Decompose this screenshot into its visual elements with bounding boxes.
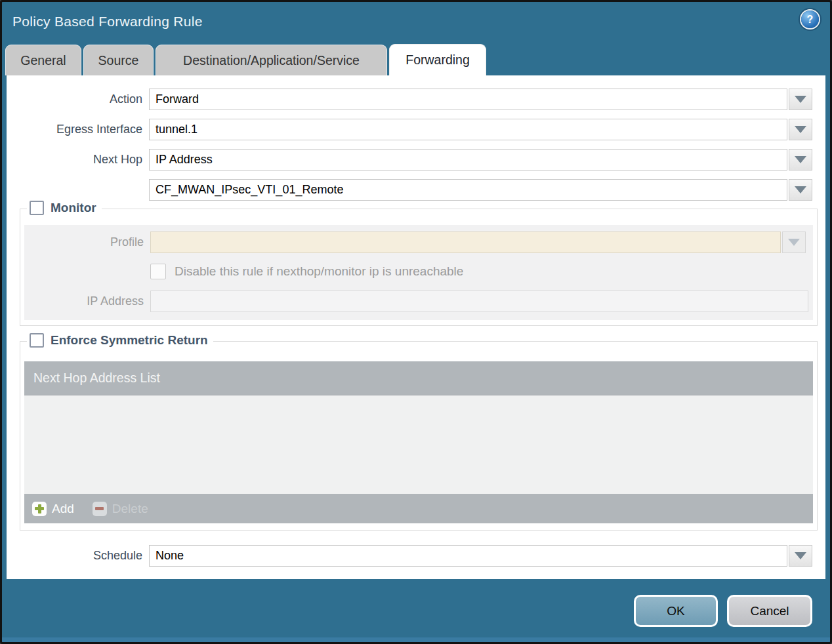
monitor-ip-address-label: IP Address [24,294,144,308]
symmetric-return-legend: Enforce Symmetric Return [27,333,213,348]
schedule-label: Schedule [7,549,142,563]
minus-icon [93,502,107,516]
next-hop-dropdown-button[interactable] [789,149,812,171]
schedule-select[interactable]: None [149,545,787,567]
egress-interface-value: tunnel.1 [156,123,198,136]
next-hop-row: Next Hop IP Address [7,148,825,171]
monitor-legend-label: Monitor [51,201,96,215]
monitor-section: Monitor Profile Disable this rule if nex… [20,209,818,326]
next-hop-type-select[interactable]: IP Address [149,149,787,171]
delete-button-label: Delete [112,502,148,516]
next-hop-address-row: CF_MWAN_IPsec_VTI_01_Remote [7,178,825,201]
chevron-down-icon [788,239,800,246]
next-hop-address-value: CF_MWAN_IPsec_VTI_01_Remote [156,183,343,197]
add-button-label: Add [52,502,74,516]
monitor-checkbox[interactable] [30,201,44,215]
schedule-row: Schedule None [7,544,825,567]
delete-button: Delete [93,502,148,516]
monitor-ip-address-row: IP Address [24,291,810,312]
profile-select [150,231,781,253]
tab-source[interactable]: Source [83,45,154,75]
next-hop-label: Next Hop [7,153,142,167]
disable-rule-checkbox [150,264,166,279]
next-hop-address-list-body [24,395,813,494]
egress-interface-label: Egress Interface [7,123,142,136]
help-icon[interactable]: ? [801,10,819,28]
symmetric-return-checkbox[interactable] [30,333,44,348]
disable-rule-label: Disable this rule if nexthop/monitor ip … [175,264,463,279]
dialog-footer: OK Cancel [2,579,830,642]
symmetric-return-legend-label: Enforce Symmetric Return [51,333,208,348]
dialog-title: Policy Based Forwarding Rule [12,14,203,30]
next-hop-type-value: IP Address [156,153,213,167]
ok-button[interactable]: OK [634,595,718,627]
chevron-down-icon [795,552,806,559]
dialog-titlebar: Policy Based Forwarding Rule ? [2,2,830,41]
next-hop-address-list-table: Next Hop Address List Add Delete [24,361,813,523]
plus-icon [32,502,47,516]
chevron-down-icon [795,96,806,103]
dialog-button-bar: OK Cancel [2,579,830,627]
profile-dropdown-button [782,231,806,253]
tab-bar: General Source Destination/Application/S… [2,41,830,75]
egress-interface-select[interactable]: tunnel.1 [149,119,787,140]
next-hop-address-dropdown-button[interactable] [789,179,812,201]
action-dropdown-button[interactable] [789,89,812,110]
help-icon-glyph: ? [807,14,814,26]
tab-forwarding[interactable]: Forwarding [389,44,486,75]
monitor-panel: Profile Disable this rule if nexthop/mon… [24,225,813,320]
chevron-down-icon [795,186,806,193]
policy-based-forwarding-dialog: Policy Based Forwarding Rule ? General S… [0,0,832,644]
tab-general[interactable]: General [5,45,81,75]
schedule-dropdown-button[interactable] [789,545,812,567]
next-hop-address-list-header-label: Next Hop Address List [33,371,160,386]
action-row: Action Forward [7,88,825,111]
tab-destination-application-service[interactable]: Destination/Application/Service [156,45,387,75]
egress-interface-dropdown-button[interactable] [789,119,812,140]
monitor-ip-address-input [150,291,808,312]
symmetric-return-section: Enforce Symmetric Return Next Hop Addres… [20,341,818,531]
cancel-button[interactable]: Cancel [727,595,812,627]
profile-label: Profile [24,235,144,249]
action-label: Action [7,92,142,106]
next-hop-address-list-toolbar: Add Delete [24,494,813,523]
schedule-value: None [156,549,184,563]
add-button[interactable]: Add [32,502,74,516]
chevron-down-icon [795,156,806,163]
next-hop-address-select[interactable]: CF_MWAN_IPsec_VTI_01_Remote [149,179,787,201]
profile-row: Profile [24,231,810,253]
chevron-down-icon [795,126,806,133]
footer-accent-strip [2,637,830,642]
action-value: Forward [156,92,199,106]
monitor-legend: Monitor [27,201,102,215]
disable-rule-row: Disable this rule if nexthop/monitor ip … [150,264,810,279]
forwarding-tab-panel: Action Forward Egress Interface tunnel.1… [7,75,825,579]
action-select[interactable]: Forward [149,89,787,110]
egress-interface-row: Egress Interface tunnel.1 [7,118,825,141]
next-hop-address-list-header: Next Hop Address List [24,361,813,395]
